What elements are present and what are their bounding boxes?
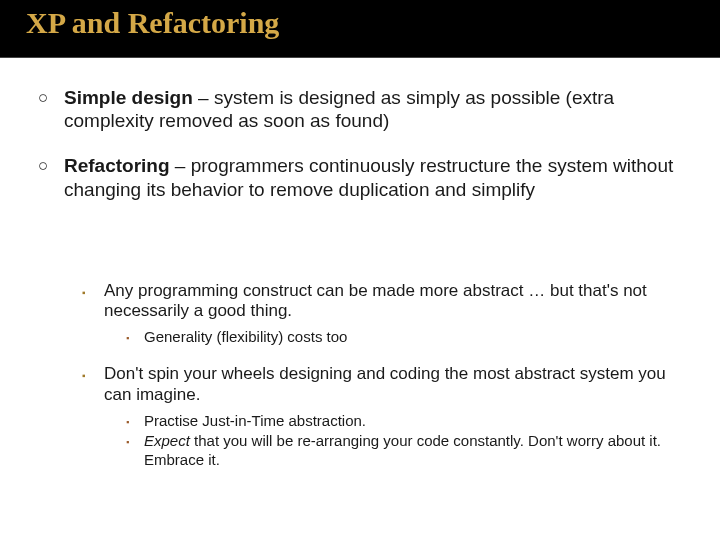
bullet-refactoring: ○ Refactoring – programmers continuously… [38, 154, 682, 200]
rest: that you will be re-arranging your code … [144, 432, 661, 467]
bullet-marker: ○ [38, 86, 64, 132]
bullet-marker-lvl2: ▪ [82, 364, 104, 405]
bullet-body: Don't spin your wheels designing and cod… [104, 364, 682, 405]
term: Refactoring [64, 155, 170, 176]
bullet-marker-lvl2: ▪ [82, 281, 104, 322]
bullet-body: Practise Just-in-Time abstraction. [144, 412, 682, 430]
term: Simple design [64, 87, 193, 108]
bullet-body: Refactoring – programmers continuously r… [64, 154, 682, 200]
title-bar: XP and Refactoring [0, 0, 720, 58]
lvl3-group: ▪ Generality (flexibility) costs too [82, 328, 682, 346]
bullet-body: Generality (flexibility) costs too [144, 328, 682, 346]
bullet-marker-lvl3: ▪ [126, 412, 144, 430]
lvl3-group: ▪ Practise Just-in-Time abstraction. ▪ E… [82, 412, 682, 469]
bullet-marker-lvl3: ▪ [126, 328, 144, 346]
slide-content: ○ Simple design – system is designed as … [0, 58, 720, 469]
bullet-marker: ○ [38, 154, 64, 200]
bullet-body: Simple design – system is designed as si… [64, 86, 682, 132]
bullet-marker-lvl3: ▪ [126, 432, 144, 469]
sub-abstract-construct: ▪ Any programming construct can be made … [82, 281, 682, 322]
sub-jit-abstraction: ▪ Practise Just-in-Time abstraction. [126, 412, 682, 430]
emph: Expect [144, 432, 190, 449]
sub-generality-cost: ▪ Generality (flexibility) costs too [126, 328, 682, 346]
slide-title: XP and Refactoring [26, 6, 720, 40]
sub-bullets: ▪ Any programming construct can be made … [38, 281, 682, 469]
sub-dont-spin-wheels: ▪ Don't spin your wheels designing and c… [82, 364, 682, 405]
sub-expect-rearrange: ▪ Expect that you will be re-arranging y… [126, 432, 682, 469]
bullet-body: Expect that you will be re-arranging you… [144, 432, 682, 469]
bullet-body: Any programming construct can be made mo… [104, 281, 682, 322]
bullet-simple-design: ○ Simple design – system is designed as … [38, 86, 682, 132]
